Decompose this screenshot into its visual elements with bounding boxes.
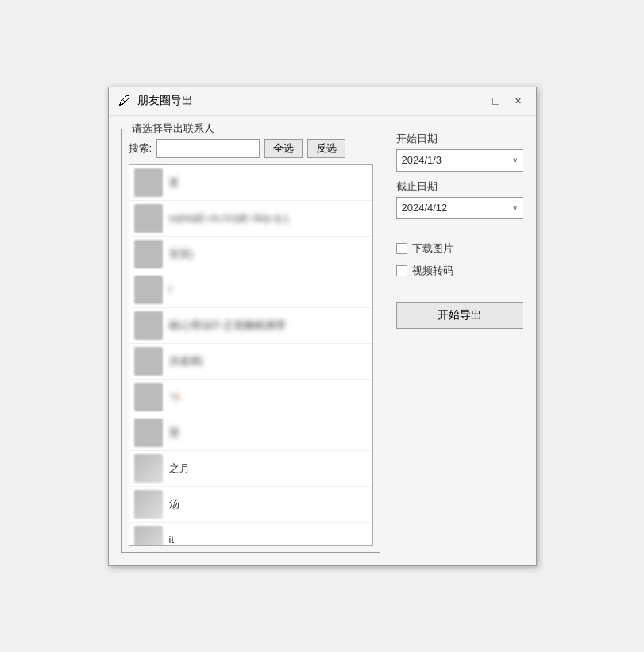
- start-date-section: 开始日期 2024/1/3 ∨: [396, 132, 523, 172]
- end-date-chevron-icon: ∨: [512, 203, 518, 212]
- list-item[interactable]: 🐚: [129, 380, 372, 415]
- start-date-value: 2024/1/3: [402, 154, 442, 166]
- list-item-text: it: [169, 534, 368, 546]
- avatar: [134, 240, 163, 268]
- avatar: [134, 347, 163, 376]
- download-images-label: 下载图片: [412, 241, 453, 256]
- list-item[interactable]: 眠心理治疗·正觉睡眠调理: [129, 308, 372, 344]
- video-transcode-checkbox-box: [396, 265, 407, 276]
- avatar: [134, 490, 163, 519]
- avatar: [134, 204, 163, 233]
- list-item-text: 洪老师): [169, 354, 368, 368]
- list-item[interactable]: 之月: [129, 451, 372, 487]
- select-all-button[interactable]: 全选: [264, 139, 303, 158]
- end-date-value: 2024/4/12: [402, 202, 448, 214]
- app-icon: 🖊: [118, 94, 131, 108]
- window-controls: — □ ×: [466, 93, 526, 109]
- contact-group-box: 请选择导出联系人 搜索: 全选 反选 富ro(H◎E○A◇V◎E○N◎ ◎.)安…: [121, 129, 380, 553]
- start-date-chevron-icon: ∨: [512, 156, 518, 164]
- list-item-text: 汤: [169, 497, 368, 511]
- search-row: 搜索: 全选 反选: [129, 139, 373, 158]
- list-item[interactable]: 慧: [129, 415, 372, 451]
- right-panel: 开始日期 2024/1/3 ∨ 截止日期 2024/4/12 ∨ 下载图片: [396, 129, 523, 553]
- list-item-text: 之月: [169, 461, 368, 476]
- window-body: 请选择导出联系人 搜索: 全选 反选 富ro(H◎E○A◇V◎E○N◎ ◎.)安…: [109, 116, 536, 565]
- avatar: [134, 383, 163, 411]
- video-transcode-checkbox[interactable]: 视频转码: [396, 264, 523, 278]
- contact-list[interactable]: 富ro(H◎E○A◇V◎E○N◎ ◎.)安安)l眠心理治疗·正觉睡眠调理洪老师)…: [129, 164, 373, 546]
- download-images-checkbox-box: [396, 243, 407, 254]
- list-item[interactable]: 安安): [129, 237, 372, 272]
- list-item-text: 眠心理治疗·正觉睡眠调理: [169, 318, 368, 333]
- title-bar: 🖊 朋友圈导出 — □ ×: [109, 87, 536, 116]
- maximize-button[interactable]: □: [488, 93, 504, 109]
- list-item-text: ro(H◎E○A◇V◎E○N◎ ◎.): [169, 212, 368, 224]
- list-item-text: 🐚: [169, 391, 368, 403]
- list-item[interactable]: 洪老师): [129, 344, 372, 380]
- group-box-title: 请选择导出联系人: [129, 122, 218, 136]
- start-date-label: 开始日期: [396, 132, 523, 146]
- minimize-button[interactable]: —: [466, 93, 482, 109]
- export-button[interactable]: 开始导出: [396, 302, 523, 329]
- download-images-checkbox[interactable]: 下载图片: [396, 241, 523, 256]
- main-window: 🖊 朋友圈导出 — □ × 请选择导出联系人 搜索: 全选 反选: [108, 87, 537, 566]
- list-item[interactable]: it: [129, 523, 372, 546]
- invert-select-button[interactable]: 反选: [307, 139, 345, 158]
- avatar: [134, 168, 163, 197]
- window-title: 朋友圈导出: [137, 94, 466, 108]
- video-transcode-label: 视频转码: [412, 264, 453, 278]
- list-item-text: 安安): [169, 247, 368, 261]
- list-item[interactable]: 富: [129, 165, 372, 201]
- close-button[interactable]: ×: [511, 93, 526, 109]
- avatar: [134, 311, 163, 340]
- left-panel: 请选择导出联系人 搜索: 全选 反选 富ro(H◎E○A◇V◎E○N◎ ◎.)安…: [121, 129, 380, 553]
- list-item-text: 富: [169, 176, 368, 190]
- avatar: [134, 526, 163, 546]
- avatar: [134, 419, 163, 447]
- list-item[interactable]: 汤: [129, 487, 372, 523]
- end-date-label: 截止日期: [396, 179, 523, 194]
- end-date-select[interactable]: 2024/4/12 ∨: [396, 197, 523, 219]
- list-item-text: l: [169, 284, 368, 295]
- list-item[interactable]: l: [129, 272, 372, 308]
- list-item-text: 慧: [169, 426, 368, 440]
- end-date-section: 截止日期 2024/4/12 ∨: [396, 179, 523, 219]
- start-date-select[interactable]: 2024/1/3 ∨: [396, 149, 523, 172]
- search-label: 搜索:: [129, 141, 152, 156]
- list-item[interactable]: ro(H◎E○A◇V◎E○N◎ ◎.): [129, 201, 372, 237]
- avatar: [134, 276, 163, 304]
- search-input[interactable]: [156, 139, 260, 158]
- avatar: [134, 454, 163, 483]
